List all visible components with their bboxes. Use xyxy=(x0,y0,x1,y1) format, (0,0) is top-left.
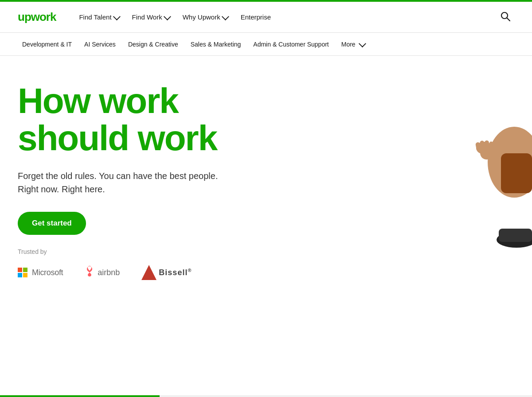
nav-dev-it[interactable]: Development & IT xyxy=(18,38,76,51)
more-chevron-icon xyxy=(359,40,366,47)
hero-illustration xyxy=(452,82,532,253)
find-work-chevron-icon xyxy=(164,13,171,20)
search-button[interactable] xyxy=(497,8,514,27)
svg-line-1 xyxy=(507,18,510,21)
trusted-label: Trusted by xyxy=(18,248,497,255)
microsoft-label: Microsoft xyxy=(32,268,63,277)
nav-sales-marketing[interactable]: Sales & Marketing xyxy=(186,38,246,51)
bissell-label: Bissell® xyxy=(159,268,192,277)
svg-rect-8 xyxy=(485,140,489,149)
why-upwork-chevron-icon xyxy=(222,13,229,20)
nav-find-talent[interactable]: Find Talent xyxy=(74,10,124,24)
primary-nav: upwork Find Talent Find Work Why Upwork … xyxy=(0,2,532,33)
nav-find-work[interactable]: Find Work xyxy=(127,10,175,24)
hero-heading: How work should work xyxy=(18,82,328,157)
bissell-triangle-icon xyxy=(141,264,157,281)
nav-admin-support[interactable]: Admin & Customer Support xyxy=(249,38,333,51)
nav-more[interactable]: More xyxy=(337,38,369,51)
hero-section: How work should work Forget the old rule… xyxy=(0,56,532,316)
airbnb-logo: airbnb xyxy=(84,265,120,280)
hero-text-block: How work should work Forget the old rule… xyxy=(18,82,328,235)
secondary-nav: Development & IT AI Services Design & Cr… xyxy=(0,33,532,56)
bissell-logo: Bissell® xyxy=(141,264,192,281)
svg-rect-4 xyxy=(501,153,532,193)
search-icon xyxy=(500,11,511,22)
svg-rect-11 xyxy=(499,229,532,242)
upwork-logo[interactable]: upwork xyxy=(18,10,56,24)
nav-design-creative[interactable]: Design & Creative xyxy=(124,38,183,51)
hero-subheading: Forget the old rules. You can have the b… xyxy=(18,169,328,196)
nav-enterprise[interactable]: Enterprise xyxy=(235,10,276,24)
airbnb-label: airbnb xyxy=(98,268,120,277)
find-talent-chevron-icon xyxy=(113,13,120,20)
trusted-logos: Microsoft airbnb xyxy=(18,264,497,281)
nav-ai-services[interactable]: AI Services xyxy=(80,38,120,51)
svg-marker-12 xyxy=(141,265,156,280)
primary-nav-links: Find Talent Find Work Why Upwork Enterpr… xyxy=(74,10,497,24)
trusted-section: Trusted by Microsoft xyxy=(18,235,514,299)
airbnb-icon xyxy=(84,265,95,280)
get-started-button[interactable]: Get started xyxy=(18,212,86,235)
microsoft-logo: Microsoft xyxy=(18,268,63,277)
nav-why-upwork[interactable]: Why Upwork xyxy=(177,10,233,24)
microsoft-grid-icon xyxy=(18,268,27,277)
